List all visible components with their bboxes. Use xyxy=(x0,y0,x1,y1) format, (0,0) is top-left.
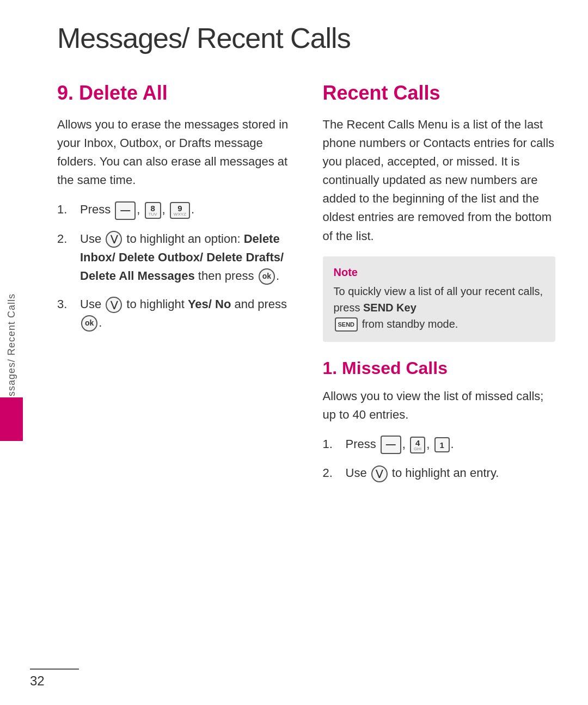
step-1-num: 1. xyxy=(57,200,80,219)
missed-calls-heading: 1. Missed Calls xyxy=(323,358,556,378)
missed-step-1: 1. Press —, 4 GHI , 1 . xyxy=(323,435,556,454)
step-2-num: 2. xyxy=(57,230,80,248)
missed-step-2-text: Use ⋁ to highlight an entry. xyxy=(346,464,556,482)
dash-key-1: — xyxy=(115,201,136,220)
page-number-line xyxy=(30,669,79,670)
key-8y: 8 TUV xyxy=(145,202,161,219)
nav-key-2: ⋁ xyxy=(106,231,122,248)
nav-key-m2: ⋁ xyxy=(371,465,388,482)
recent-calls-heading: Recent Calls xyxy=(323,82,556,105)
step-3: 3. Use ⋁ to highlight Yes/ No and press … xyxy=(57,295,290,332)
send-key-icon: SEND xyxy=(335,317,358,332)
side-tab: Messages/ Recent Calls xyxy=(0,0,23,705)
step-2-text: Use ⋁ to highlight an option: Delete Inb… xyxy=(80,230,290,285)
side-tab-text: Messages/ Recent Calls xyxy=(6,293,17,411)
step-1: 1. Press —, 8 TUV , 9 WXYZ . xyxy=(57,200,290,219)
two-column-layout: 9. Delete All Allows you to erase the me… xyxy=(57,82,555,492)
missed-calls-body: Allows you to view the list of missed ca… xyxy=(323,387,556,424)
page: Messages/ Recent Calls Messages/ Recent … xyxy=(0,0,588,705)
ok-key-2: ok xyxy=(259,268,275,285)
key-4f: 4 GHI xyxy=(410,437,425,453)
side-tab-bar xyxy=(0,397,23,441)
note-label: Note xyxy=(334,266,545,279)
missed-step-1-num: 1. xyxy=(323,435,346,453)
key-1r: 1 xyxy=(434,437,450,452)
step-3-text: Use ⋁ to highlight Yes/ No and press ok. xyxy=(80,295,290,332)
ok-key-3: ok xyxy=(81,315,97,332)
send-key-label: SEND Key xyxy=(363,302,416,314)
missed-step-2: 2. Use ⋁ to highlight an entry. xyxy=(323,464,556,482)
delete-all-body: Allows you to erase the messages stored … xyxy=(57,115,290,189)
nav-key-3: ⋁ xyxy=(106,297,122,314)
step-1-text: Press —, 8 TUV , 9 WXYZ . xyxy=(80,200,290,219)
note-box: Note To quickly view a list of all your … xyxy=(323,256,556,342)
missed-step-1-text: Press —, 4 GHI , 1 . xyxy=(346,435,556,454)
page-number: 32 xyxy=(30,673,45,689)
step-2: 2. Use ⋁ to highlight an option: Delete … xyxy=(57,230,290,285)
delete-all-heading: 9. Delete All xyxy=(57,82,290,105)
left-column: 9. Delete All Allows you to erase the me… xyxy=(57,82,290,492)
missed-step-2-num: 2. xyxy=(323,464,346,482)
step-3-num: 3. xyxy=(57,295,80,314)
main-content: Messages/ Recent Calls 9. Delete All All… xyxy=(30,0,588,705)
recent-calls-body: The Recent Calls Menu is a list of the l… xyxy=(323,115,556,246)
right-column: Recent Calls The Recent Calls Menu is a … xyxy=(323,82,556,492)
key-9b: 9 WXYZ xyxy=(170,202,190,219)
note-text-after: from standby mode. xyxy=(362,318,458,330)
dash-key-m1: — xyxy=(381,436,401,454)
page-title: Messages/ Recent Calls xyxy=(57,22,555,54)
note-text: To quickly view a list of all your recen… xyxy=(334,283,545,332)
